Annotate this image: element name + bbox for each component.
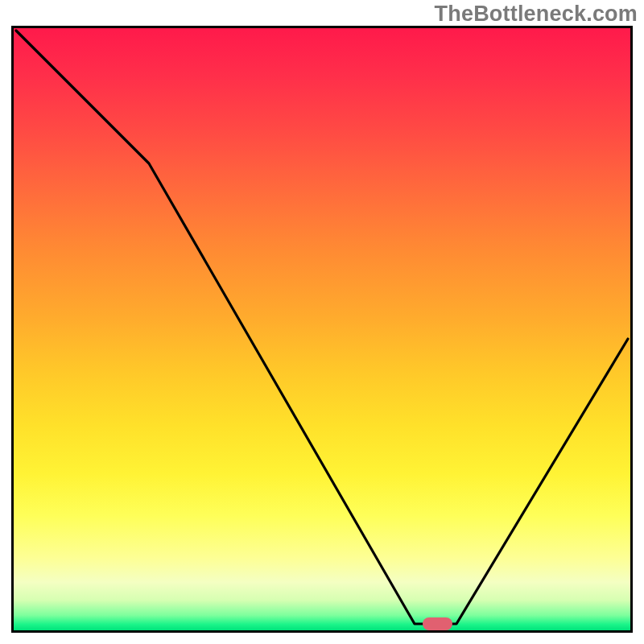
- bottleneck-curve: [16, 31, 628, 624]
- stage: TheBottleneck.com: [0, 0, 644, 644]
- watermark-text: TheBottleneck.com: [435, 2, 638, 27]
- optimum-marker: [423, 617, 452, 630]
- curve-layer: [14, 28, 630, 630]
- chart-frame: [11, 26, 633, 633]
